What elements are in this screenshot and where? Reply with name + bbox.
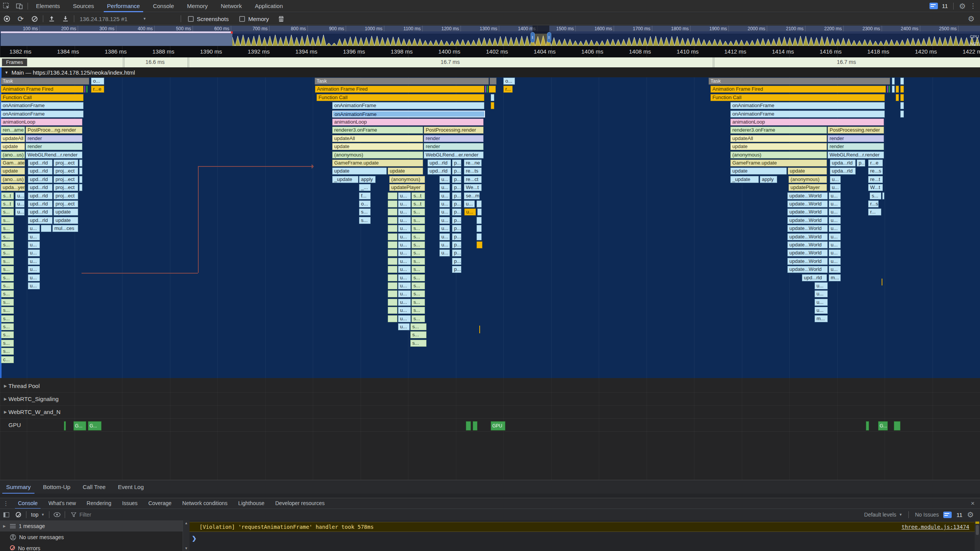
flame-bar[interactable]: PostProcessing.render [828,127,884,134]
execution-context-select[interactable]: top ▼ [28,512,47,518]
flame-bar[interactable]: upda...rld [830,168,856,174]
flame-bar[interactable] [388,307,397,314]
flame-bar[interactable]: s... [412,282,425,289]
flame-bar[interactable]: WebGLRend...r.render [26,152,82,158]
flame-bar[interactable] [388,209,397,215]
clear-recording-button[interactable] [28,13,41,25]
sidebar-scrollbar[interactable]: ▲ ▼ [183,520,189,551]
flame-bar[interactable]: GameFrame.update [730,160,827,166]
flame-bar[interactable]: Function Call [1,94,83,101]
flame-bar[interactable]: p... [452,241,461,248]
screenshots-checkbox[interactable]: Screenshots [188,16,229,22]
flame-bar[interactable]: s...t [1,201,14,207]
upload-profile-icon[interactable] [45,13,59,25]
flame-bar[interactable] [388,299,397,306]
flame-bar[interactable]: c... [1,356,14,363]
flame-bar[interactable]: proj...ect [54,184,78,191]
tab-bottom-up[interactable]: Bottom-Up [37,480,77,494]
flame-bar[interactable]: update [730,143,827,150]
flame-bar[interactable]: WebGLRend...r.render [828,152,884,158]
flame-bar[interactable]: u... [439,249,450,256]
flame-bar[interactable]: upd...rld [28,192,52,199]
flame-bar[interactable]: u... [815,290,828,297]
flame-bar[interactable]: u... [439,233,450,240]
flame-bar[interactable]: p... [452,209,461,215]
flame-bar[interactable]: u... [815,282,828,289]
flame-bar[interactable]: u... [829,266,841,273]
flame-bar[interactable]: render [26,135,82,142]
flame-bar[interactable]: update [332,143,423,150]
flame-bar[interactable]: s... [412,266,425,273]
gpu-activity-bar[interactable]: GPU [491,421,505,430]
flame-bar[interactable]: r... [868,209,881,215]
expand-triangle-icon[interactable]: ▶ [2,410,8,414]
flame-bar[interactable]: re...ts [464,168,482,174]
flame-bar[interactable]: s... [1,307,14,314]
flame-bar[interactable]: u... [829,258,841,265]
tab-application[interactable]: Application [248,0,289,12]
tab-event-log[interactable]: Event Log [112,480,150,494]
flame-bar[interactable]: mul...ces [52,225,78,232]
gpu-activity-bar[interactable]: G... [88,421,101,430]
flame-bar[interactable]: PostProcessing.render [424,127,483,134]
track-thread-pool[interactable]: ▶Thread Pool [0,380,980,393]
flame-bar[interactable]: update [54,209,78,215]
flame-bar[interactable]: Task [315,78,489,85]
flame-bar[interactable]: r...s [868,201,879,207]
flame-bar[interactable]: s... [1,340,14,347]
flame-bar[interactable]: updateAll [332,135,423,142]
flame-bar[interactable]: u... [439,192,450,199]
tab-sources[interactable]: Sources [67,0,101,12]
flame-bar[interactable]: se...m [464,192,480,199]
flame-bar[interactable]: s... [1,249,14,256]
flame-bar[interactable]: onAnimationFrame [332,102,484,109]
flame-bar[interactable]: upd...rld [28,176,52,183]
flame-bar[interactable]: u... [829,249,841,256]
flame-bar[interactable]: update...World [787,249,828,256]
flame-bar[interactable]: render [828,135,884,142]
flame-bar[interactable] [477,241,482,248]
flame-bar[interactable] [79,176,82,183]
flame-bar[interactable] [892,86,895,93]
drawer-tab-developer-resources[interactable]: Developer resources [270,498,330,509]
flame-bar[interactable]: re...ne [464,160,482,166]
flame-bar[interactable]: u... [28,258,40,265]
flame-bar[interactable]: u... [398,299,411,306]
flame-bar[interactable]: onAnimationFrame [1,102,83,109]
flame-bar[interactable]: onAnimationFrame [1,111,83,117]
frames-track[interactable]: Frames 16.6 ms16.7 ms16.7 ms [0,57,980,67]
flame-bar[interactable]: p... [452,217,461,224]
flame-bar[interactable]: update...World [787,258,828,265]
frames-track-label[interactable]: Frames [2,59,27,66]
flame-bar[interactable]: u... [439,241,450,248]
flame-bar[interactable]: s... [1,282,14,289]
download-profile-icon[interactable] [59,13,72,25]
flame-bar[interactable]: r...e [91,86,104,93]
flame-bar[interactable]: s... [412,274,425,281]
flame-bar[interactable] [491,94,494,101]
flame-bar[interactable]: Function Call [317,94,484,101]
flame-bar[interactable]: GameFrame.update [332,160,423,166]
flame-bar[interactable]: update...World [787,225,828,232]
flame-bar[interactable]: u... [829,217,841,224]
violation-message[interactable]: [Violation] 'requestAnimationFrame' hand… [189,522,975,532]
flame-bar[interactable]: We...t [464,184,482,191]
flame-bar[interactable]: u... [28,266,40,273]
flame-bar[interactable]: _update [332,176,358,183]
flame-bar[interactable] [86,86,88,93]
flame-bar[interactable]: s... [1,217,14,224]
flame-bar[interactable] [388,225,397,232]
flame-bar[interactable]: s... [412,233,425,240]
flame-bar[interactable]: p... [857,160,865,166]
live-expression-eye-icon[interactable] [51,512,63,517]
flame-bar[interactable]: animationLoop [1,119,82,126]
flame-bar[interactable]: proj...ect [54,160,78,166]
flame-bar[interactable]: u... [830,176,841,183]
flame-bar[interactable]: upda...rld [830,160,856,166]
flame-bar[interactable]: u... [439,225,450,232]
flame-bar[interactable]: u... [439,217,450,224]
expand-triangle-icon[interactable]: ▶ [2,384,8,388]
issues-count[interactable]: 11 [942,3,948,9]
flame-bar[interactable]: s... [412,225,425,232]
flame-bar[interactable]: renderer3.onFrame [730,127,827,134]
